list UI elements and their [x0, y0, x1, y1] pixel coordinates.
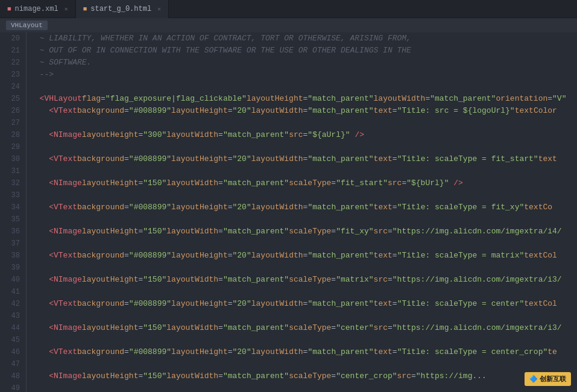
- code-line-37: [29, 238, 577, 250]
- line-number-36: 36: [0, 226, 26, 238]
- line-number-23: 23: [0, 69, 26, 81]
- code-line-32: <NImage layoutHeight="150" layoutWidth="…: [29, 177, 577, 189]
- tab-bar: ■ nimage.xml ✕ ■ start_g_0.html ✕: [0, 0, 577, 18]
- line-number-25: 25: [0, 93, 26, 105]
- tab-start-close[interactable]: ✕: [157, 5, 161, 13]
- code-line-31: [29, 165, 577, 177]
- code-line-34: <VText background="#008899" layoutHeight…: [29, 201, 577, 213]
- line-number-21: 21: [0, 45, 26, 57]
- tab-start-label: start_g_0.html: [90, 5, 151, 13]
- line-number-27: 27: [0, 117, 26, 129]
- tab-nimage-label: nimage.xml: [15, 5, 58, 13]
- line-number-45: 45: [0, 334, 26, 346]
- code-line-28: <NImage layoutHeight="300" layoutWidth="…: [29, 129, 577, 141]
- line-number-43: 43: [0, 310, 26, 322]
- code-line-20: ~ LIABILITY, WHETHER IN AN ACTION OF CON…: [29, 33, 577, 45]
- tab-nimage-close[interactable]: ✕: [65, 5, 68, 13]
- line-number-48: 48: [0, 370, 26, 382]
- code-line-38: <VText background="#008899" layoutHeight…: [29, 250, 577, 262]
- code-line-49: [29, 382, 577, 392]
- code-line-46: <VText background="#008899" layoutHeight…: [29, 346, 577, 358]
- tab-html-icon: ■: [83, 5, 87, 13]
- line-number-49: 49: [0, 382, 26, 392]
- code-line-40: <NImage layoutHeight="150" layoutWidth="…: [29, 274, 577, 286]
- code-line-39: [29, 262, 577, 274]
- line-number-41: 41: [0, 286, 26, 298]
- tab-start[interactable]: ■ start_g_0.html ✕: [76, 0, 169, 18]
- code-line-45: [29, 334, 577, 346]
- line-number-column: 2021222324252627282930313233343536373839…: [0, 33, 27, 392]
- line-number-37: 37: [0, 238, 26, 250]
- line-number-20: 20: [0, 33, 26, 45]
- editor: 2021222324252627282930313233343536373839…: [0, 33, 577, 392]
- breadcrumb: VHLayout: [0, 18, 577, 33]
- code-line-33: [29, 189, 577, 201]
- line-number-38: 38: [0, 250, 26, 262]
- line-number-34: 34: [0, 201, 26, 213]
- watermark-text: 🔷 创新互联: [529, 375, 566, 382]
- line-number-46: 46: [0, 346, 26, 358]
- line-number-35: 35: [0, 213, 26, 226]
- line-number-30: 30: [0, 153, 26, 165]
- code-line-26: <VText background="#008899" layoutHeight…: [29, 105, 577, 117]
- breadcrumb-vhlayout[interactable]: VHLayout: [6, 21, 48, 30]
- code-line-48: <NImage layoutHeight="150" layoutWidth="…: [29, 370, 577, 382]
- code-line-42: <VText background="#008899" layoutHeight…: [29, 298, 577, 310]
- code-line-35: [29, 213, 577, 226]
- code-line-44: <NImage layoutHeight="150" layoutWidth="…: [29, 322, 577, 334]
- line-number-42: 42: [0, 298, 26, 310]
- code-line-23: -->: [29, 69, 577, 81]
- line-number-28: 28: [0, 129, 26, 141]
- code-line-41: [29, 286, 577, 298]
- code-line-43: [29, 310, 577, 322]
- code-line-27: [29, 117, 577, 129]
- tab-xml-icon: ■: [7, 5, 11, 13]
- code-line-29: [29, 141, 577, 153]
- line-number-32: 32: [0, 177, 26, 189]
- code-line-24: [29, 81, 577, 93]
- code-line-22: ~ SOFTWARE.: [29, 57, 577, 69]
- line-number-39: 39: [0, 262, 26, 274]
- line-number-31: 31: [0, 165, 26, 177]
- tab-nimage[interactable]: ■ nimage.xml ✕: [0, 0, 76, 18]
- code-line-30: <VText background="#008899" layoutHeight…: [29, 153, 577, 165]
- code-area[interactable]: ~ LIABILITY, WHETHER IN AN ACTION OF CON…: [27, 33, 577, 392]
- line-number-22: 22: [0, 57, 26, 69]
- line-number-33: 33: [0, 189, 26, 201]
- line-number-44: 44: [0, 322, 26, 334]
- watermark: 🔷 创新互联: [525, 372, 571, 386]
- line-number-40: 40: [0, 274, 26, 286]
- line-number-24: 24: [0, 81, 26, 93]
- code-line-25: <VHLayout flag="flag_exposure|flag_click…: [29, 93, 577, 105]
- code-line-47: [29, 358, 577, 370]
- line-number-47: 47: [0, 358, 26, 370]
- code-line-21: ~ OUT OF OR IN CONNECTION WITH THE SOFTW…: [29, 45, 577, 57]
- line-number-26: 26: [0, 105, 26, 117]
- code-line-36: <NImage layoutHeight="150" layoutWidth="…: [29, 226, 577, 238]
- line-number-29: 29: [0, 141, 26, 153]
